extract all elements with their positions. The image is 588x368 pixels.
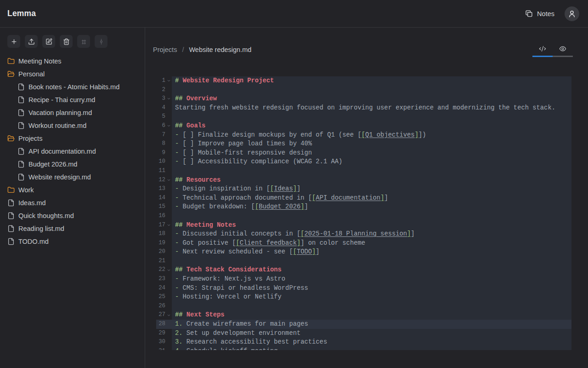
code-segment: Meeting Notes <box>183 222 236 229</box>
code-line[interactable]: 1. Create wireframes for main pages <box>172 320 571 329</box>
tree-file[interactable]: Quick thoughts.md <box>0 209 145 222</box>
wiki-link[interactable]: API documentation <box>316 195 380 201</box>
code-line[interactable] <box>172 212 571 221</box>
upload-button[interactable] <box>25 35 38 48</box>
code-line[interactable]: - Hosting: Vercel or Netlify <box>172 293 571 302</box>
tree-file[interactable]: Ideas.md <box>0 196 145 209</box>
tree-item-label: Work <box>18 186 34 194</box>
fold-chevron-down-icon[interactable] <box>165 310 172 320</box>
line-number: 14 <box>156 194 165 203</box>
wiki-link[interactable]: TODO <box>297 248 312 255</box>
tree-file[interactable]: Website redesign.md <box>0 171 145 184</box>
tree-item-label: Budget 2026.md <box>28 161 77 168</box>
avatar-button[interactable] <box>565 6 579 21</box>
tab-code-view[interactable] <box>532 45 553 57</box>
editor-line: 18- Discussed initial concepts in [[2025… <box>156 230 571 239</box>
tree-file[interactable]: Vacation planning.md <box>0 106 145 119</box>
code-line[interactable]: ## Resources <box>172 176 571 185</box>
code-segment: Design inspiration in [ <box>179 185 270 192</box>
editor-line: 4Starting fresh website redesign focused… <box>156 104 571 113</box>
code-line[interactable]: # Website Redesign Project <box>172 76 571 86</box>
line-number: 10 <box>156 157 165 167</box>
code-line[interactable]: - Next review scheduled - see [[TODO]] <box>172 247 571 257</box>
code-line[interactable]: ## Meeting Notes <box>172 221 571 230</box>
code-line[interactable]: - CMS: Strapi or headless WordPress <box>172 284 571 293</box>
code-line[interactable]: ## Next Steps <box>172 310 571 320</box>
code-line[interactable] <box>172 167 571 176</box>
git-compare-button <box>77 35 90 48</box>
wiki-link[interactable]: Ideas <box>274 185 293 192</box>
editor-line: 25- Hosting: Vercel or Netlify <box>156 293 571 302</box>
markdown-editor[interactable]: 1# Website Redesign Project23## Overview… <box>156 75 571 350</box>
code-line[interactable] <box>172 257 571 266</box>
code-line[interactable] <box>172 86 571 95</box>
fold-chevron-down-icon[interactable] <box>165 221 172 230</box>
chevron-down-icon <box>167 79 171 83</box>
fold-chevron-down-icon[interactable] <box>165 94 172 104</box>
file-tree[interactable]: Meeting NotesPersonalBook notes - Atomic… <box>0 55 145 368</box>
gutter: 5 <box>156 112 172 121</box>
tab-preview-view[interactable] <box>553 45 573 57</box>
code-line[interactable]: - Budget breakdown: [[Budget 2026]] <box>172 202 571 212</box>
line-number: 9 <box>156 149 165 158</box>
code-line[interactable]: - [ ] Finalize design mockups by end of … <box>172 131 571 140</box>
fold-chevron-down-icon[interactable] <box>165 76 172 86</box>
code-line[interactable]: 2. Set up development environment <box>172 329 571 338</box>
nav-notes-button[interactable]: Notes <box>525 10 554 17</box>
code-line[interactable]: ## Overview <box>172 94 571 104</box>
code-line[interactable]: - Framework: Next.js vs Astro <box>172 275 571 284</box>
file-icon <box>17 109 25 116</box>
tree-file[interactable]: Budget 2026.md <box>0 158 145 171</box>
code-line[interactable]: - [ ] Improve page load times by 40% <box>172 139 571 149</box>
editor-line: 12## Resources <box>156 176 571 185</box>
code-line[interactable]: 3. Research accessibility best practices <box>172 338 571 347</box>
tree-file[interactable]: Reading list.md <box>0 222 145 235</box>
code-line[interactable]: ## Tech Stack Considerations <box>172 265 571 275</box>
tree-item-label: Workout routine.md <box>28 122 86 129</box>
line-number: 31 <box>156 347 165 350</box>
wiki-link[interactable]: Q1 objectives <box>365 132 415 138</box>
wiki-link[interactable]: Client feedback <box>240 240 297 247</box>
tree-file[interactable]: Recipe - Thai curry.md <box>0 93 145 106</box>
tree-folder[interactable]: Personal <box>0 68 145 80</box>
breadcrumb-folder[interactable]: Projects <box>153 46 177 53</box>
code-line[interactable]: - Design inspiration in [[Ideas]] <box>172 184 571 194</box>
edit-button[interactable] <box>42 35 55 48</box>
tree-folder[interactable]: Projects <box>0 132 145 145</box>
fold-chevron-down-icon[interactable] <box>165 121 172 131</box>
tree-file[interactable]: API documentation.md <box>0 145 145 158</box>
code-line[interactable]: ## Goals <box>172 121 571 131</box>
code-segment: ## <box>175 177 183 184</box>
fold-chevron-down-icon[interactable] <box>165 265 172 275</box>
view-toggle <box>532 45 573 57</box>
code-line[interactable] <box>172 302 571 311</box>
sidebar: Meeting NotesPersonalBook notes - Atomic… <box>0 28 145 368</box>
file-icon <box>17 96 25 104</box>
code-line[interactable] <box>172 112 571 121</box>
editor-line: 21 <box>156 257 571 266</box>
gutter: 22 <box>156 265 172 275</box>
wiki-link[interactable]: 2025-01-18 Planning session <box>305 230 407 237</box>
code-line[interactable]: 4. Schedule kickoff meeting <box>172 347 571 350</box>
new-note-button[interactable] <box>7 35 20 48</box>
code-line[interactable]: - Technical approach documented in [[API… <box>172 194 571 203</box>
wiki-link[interactable]: Budget 2026 <box>259 203 300 210</box>
code-line[interactable]: - [ ] Accessibility compliance (WCAG 2.1… <box>172 157 571 167</box>
editor-line: 5 <box>156 112 571 121</box>
fold-chevron-down-icon[interactable] <box>165 176 172 185</box>
code-line[interactable]: - Got positive [[Client feedback]] on co… <box>172 239 571 248</box>
editor-line: 3## Overview <box>156 94 571 104</box>
tree-file[interactable]: Book notes - Atomic Habits.md <box>0 80 145 93</box>
file-icon <box>7 225 15 232</box>
gutter: 29 <box>156 329 172 338</box>
line-number: 16 <box>156 212 165 221</box>
tree-file[interactable]: Workout routine.md <box>0 119 145 132</box>
tree-folder[interactable]: Meeting Notes <box>0 55 145 68</box>
tree-folder[interactable]: Work <box>0 184 145 196</box>
tree-file[interactable]: TODO.md <box>0 235 145 248</box>
code-line[interactable]: - Discussed initial concepts in [[2025-0… <box>172 230 571 239</box>
code-line[interactable]: Starting fresh website redesign focused … <box>172 104 571 113</box>
delete-button[interactable] <box>60 35 73 48</box>
code-line[interactable]: - [ ] Mobile-first responsive design <box>172 149 571 158</box>
chevron-down-icon <box>167 178 171 182</box>
